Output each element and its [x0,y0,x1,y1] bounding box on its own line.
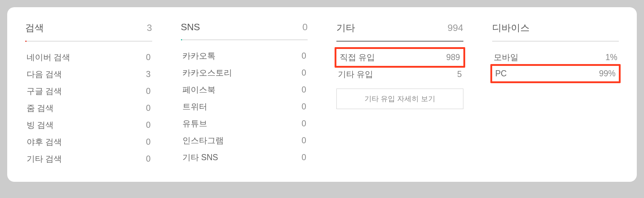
list-item: 구글 검색 0 [25,83,152,100]
row-label: 페이스북 [182,84,216,95]
device-bar [492,41,619,42]
row-value: 0 [146,120,151,130]
list-item-highlighted: PC 99% [490,64,621,83]
row-label: 모바일 [494,52,518,63]
row-value: 99% [599,69,616,78]
list-item: 트위터 0 [181,98,308,115]
sns-rows: 카카오톡 0 카카오스토리 0 페이스북 0 트위터 0 유튜브 0 인스타그램… [181,48,308,166]
list-item: 기타 SNS 0 [181,149,308,166]
device-column: 디바이스 모바일 1% PC 99% [492,22,619,167]
list-item: 다음 검색 3 [25,66,152,83]
stats-card: 검색 3 네이버 검색 0 다음 검색 3 구글 검색 0 줌 검색 0 [7,7,637,182]
list-item: 카카오톡 0 [181,48,308,64]
sns-bar-fill [181,39,182,40]
list-item: 네이버 검색 0 [25,49,152,66]
row-label: 트위터 [182,101,207,112]
sns-total: 0 [303,22,308,33]
row-label: 인스타그램 [182,135,224,146]
row-value: 0 [301,119,306,129]
row-label: 기타 검색 [27,153,62,165]
row-label: 기타 SNS [182,152,218,163]
etc-bar-fill [336,41,463,42]
row-label: 기타 유입 [338,69,373,80]
row-value: 0 [301,153,306,162]
list-item: 페이스북 0 [181,81,308,98]
row-label: 유튜브 [182,118,207,129]
etc-title: 기타 [336,22,355,34]
device-rows: 모바일 1% PC 99% [492,49,619,81]
list-item: 카카오스토리 0 [181,64,308,81]
list-item: 야후 검색 0 [25,134,152,150]
row-value: 1% [606,53,617,62]
row-value: 0 [146,53,151,62]
list-item-highlighted: 직접 유입 989 [335,47,465,68]
sns-bar [181,39,308,40]
device-header: 디바이스 [492,22,619,39]
row-label: 카카오스토리 [182,67,232,78]
row-value: 0 [146,86,151,96]
row-value: 0 [301,85,306,95]
row-value: 0 [301,68,306,78]
etc-detail-button[interactable]: 기타 유입 자세히 보기 [336,89,463,109]
sns-header: SNS 0 [181,22,308,37]
row-label: 야후 검색 [27,136,62,148]
row-label: 카카오톡 [182,50,216,62]
sns-column: SNS 0 카카오톡 0 카카오스토리 0 페이스북 0 트위터 0 [181,22,308,167]
search-bar-fill [25,41,27,42]
row-label: 빙 검색 [27,120,54,131]
row-label: 다음 검색 [27,69,62,80]
etc-header: 기타 994 [336,22,463,39]
list-item: 줌 검색 0 [25,100,152,117]
list-item: 빙 검색 0 [25,117,152,134]
row-value: 0 [146,103,151,113]
row-value: 0 [146,154,151,164]
row-value: 0 [301,51,306,61]
list-item: 기타 검색 0 [25,150,152,167]
search-column: 검색 3 네이버 검색 0 다음 검색 3 구글 검색 0 줌 검색 0 [25,22,152,167]
row-label: 네이버 검색 [27,52,70,63]
row-value: 3 [146,69,151,79]
search-header: 검색 3 [25,22,152,39]
device-title: 디바이스 [492,22,530,34]
search-title: 검색 [25,22,44,34]
list-item: 기타 유입 5 [336,66,463,83]
etc-total: 994 [448,22,463,33]
etc-rows: 직접 유입 989 기타 유입 5 [336,49,463,83]
sns-title: SNS [181,22,200,33]
row-label: PC [495,69,507,78]
row-value: 989 [446,53,460,62]
list-item: 유튜브 0 [181,115,308,132]
list-item: 모바일 1% [492,49,619,66]
search-bar [25,41,152,42]
search-rows: 네이버 검색 0 다음 검색 3 구글 검색 0 줌 검색 0 빙 검색 0 야… [25,49,152,167]
row-value: 0 [146,137,151,147]
etc-bar [336,41,463,42]
row-label: 줌 검색 [27,103,54,114]
row-value: 5 [457,69,462,79]
list-item: 인스타그램 0 [181,132,308,149]
row-value: 0 [301,136,306,145]
row-label: 구글 검색 [27,86,62,97]
etc-column: 기타 994 직접 유입 989 기타 유입 5 기타 유입 자세히 보기 [336,22,463,167]
row-label: 직접 유입 [340,52,375,63]
row-value: 0 [301,102,306,112]
search-total: 3 [147,22,152,33]
